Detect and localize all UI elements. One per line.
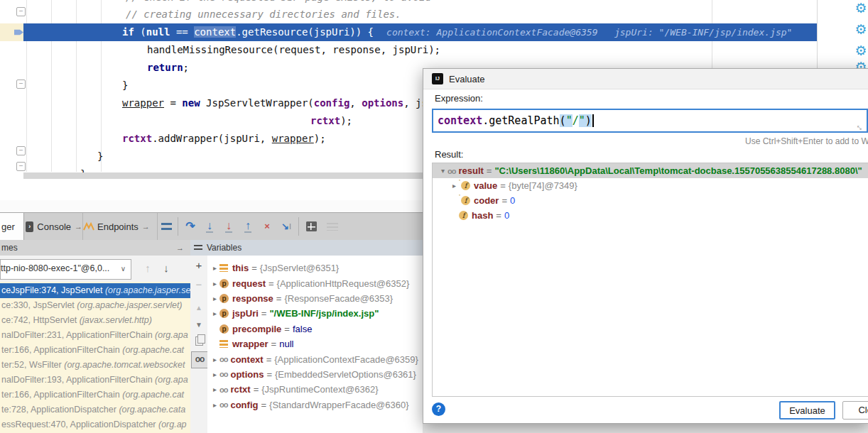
frame-package: (org.ap bbox=[158, 420, 187, 429]
frame-row[interactable]: ceJspFile:374, JspServlet (org.apache.ja… bbox=[0, 283, 190, 298]
previous-frame-button[interactable]: ↑ bbox=[139, 260, 156, 277]
variable-row[interactable]: pprecompile=false bbox=[207, 322, 423, 336]
add-watch-button[interactable]: + bbox=[192, 258, 206, 273]
expression-input[interactable]: context.getRealPath("/") bbox=[432, 109, 868, 133]
variable-row[interactable]: ▸presponse={ResponseFacade@6353} bbox=[207, 291, 423, 306]
frame-location: ceJspFile:374, JspServlet bbox=[1, 285, 105, 295]
expand-chevron-icon[interactable]: ▸ bbox=[210, 385, 219, 393]
expand-chevron-icon[interactable]: ▾ bbox=[438, 167, 447, 175]
variable-row[interactable]: ▸pjspUri="/WEB-INF/jsp/index.jsp" bbox=[207, 306, 423, 321]
frame-location: nalDoFilter:231, ApplicationFilterChain bbox=[1, 330, 155, 340]
variable-row[interactable]: ▸this={JspServlet@6351} bbox=[207, 261, 423, 275]
frame-package: (org.apache.jasper.servlet) bbox=[77, 300, 182, 310]
expand-chevron-icon[interactable]: ▸ bbox=[210, 264, 219, 272]
close-button[interactable]: Close bbox=[842, 401, 868, 420]
evaluate-expression-button[interactable] bbox=[303, 217, 320, 236]
variable-row[interactable]: ▸oooptions={EmbeddedServletOptions@6361} bbox=[207, 367, 423, 382]
code-token: if bbox=[122, 26, 140, 38]
variable-row[interactable]: wrapper=null bbox=[207, 336, 423, 351]
code-token: // creating unnecessary directories and … bbox=[126, 9, 401, 20]
field-icon: f bbox=[459, 211, 468, 220]
expand-chevron-icon[interactable]: ▸ bbox=[210, 309, 219, 317]
variable-name: hash bbox=[472, 210, 493, 221]
gear-icon[interactable]: ⚙ bbox=[854, 1, 868, 16]
focus-arrow-icon[interactable]: → bbox=[176, 240, 184, 256]
help-button[interactable]: ? bbox=[432, 402, 445, 416]
variable-row[interactable]: ▸oorctxt={JspRuntimeContext@6362} bbox=[207, 382, 423, 397]
code-token: rctxt bbox=[310, 115, 340, 126]
frame-row[interactable]: ter:52, WsFilter (org.apache.tomcat.webs… bbox=[0, 358, 190, 373]
code-token: ); bbox=[314, 133, 326, 144]
remove-watch-button[interactable]: − bbox=[192, 278, 206, 292]
variable-row[interactable]: ▸ooconfig={StandardWrapperFacade@6360} bbox=[207, 398, 423, 412]
layout-settings-button[interactable] bbox=[158, 217, 175, 236]
tab-console-label: Console bbox=[37, 221, 71, 232]
code-token: } bbox=[122, 80, 128, 91]
field-icon: f bbox=[461, 196, 470, 205]
code-line[interactable]: rctxt.addWrapper(jspUri, wrapper); bbox=[122, 130, 326, 148]
code-line[interactable]: } bbox=[122, 77, 128, 94]
run-to-cursor-button[interactable]: ↘I bbox=[278, 217, 295, 236]
expand-chevron-icon[interactable]: ▸ bbox=[210, 371, 219, 378]
show-watches-toggle[interactable]: oo bbox=[191, 351, 208, 368]
force-step-into-button[interactable]: ↓ bbox=[220, 217, 237, 236]
frame-row[interactable]: nalDoFilter:231, ApplicationFilterChain … bbox=[0, 328, 190, 343]
frame-row[interactable]: ce:330, JspServlet (org.apache.jasper.se… bbox=[0, 298, 190, 313]
frame-location: nalDoFilter:193, ApplicationFilterChain bbox=[1, 375, 155, 385]
gear-icon[interactable]: ⚙ bbox=[854, 44, 868, 58]
code-token: , bbox=[349, 97, 362, 109]
variable-value: {ApplicationContextFacade@6359} bbox=[274, 354, 418, 365]
frame-row[interactable]: ter:166, ApplicationFilterChain (org.apa… bbox=[0, 388, 190, 402]
expand-chevron-icon[interactable]: ▸ bbox=[210, 401, 219, 409]
code-token: wrapper bbox=[122, 97, 164, 109]
tab-debugger[interactable]: ger bbox=[0, 213, 24, 240]
tab-console[interactable]: › Console → bbox=[23, 213, 83, 240]
result-row[interactable]: ▸’fvalue={byte[74]@7349} bbox=[433, 178, 868, 193]
dialog-titlebar[interactable]: IJ Evaluate bbox=[423, 69, 868, 89]
next-frame-button[interactable]: ↓ bbox=[158, 260, 175, 277]
drop-frame-button[interactable]: × bbox=[259, 217, 276, 236]
frame-row[interactable]: ter:166, ApplicationFilterChain (org.apa… bbox=[0, 343, 190, 358]
frame-row[interactable]: essRequest:470, ApplicationDispatcher (o… bbox=[0, 417, 190, 432]
jump-to-arrow-icon: → bbox=[142, 222, 150, 231]
move-up-button[interactable]: ▲ bbox=[192, 301, 206, 315]
fold-marker-icon[interactable]: – bbox=[16, 146, 26, 155]
move-down-button[interactable]: ▼ bbox=[192, 318, 206, 332]
code-line[interactable]: return; bbox=[147, 59, 189, 77]
fold-marker-icon[interactable]: – bbox=[16, 80, 26, 89]
thread-selector[interactable]: ttp-nio-8080-exec-1"@6,0... ∨ bbox=[0, 259, 131, 280]
watch-icon: oo bbox=[447, 167, 455, 175]
result-row[interactable]: ▾ooresult="C:\Users\11860\AppData\Local\… bbox=[433, 163, 868, 178]
result-row[interactable]: ’fcoder=0 bbox=[433, 193, 868, 208]
code-line[interactable]: rctxt); bbox=[310, 112, 352, 130]
step-into-button[interactable]: ↓ bbox=[201, 217, 218, 236]
fold-marker-icon[interactable]: – bbox=[16, 7, 26, 16]
step-out-button[interactable]: ↑ bbox=[239, 217, 256, 236]
frame-row[interactable]: nalDoFilter:193, ApplicationFilterChain … bbox=[0, 373, 190, 388]
variable-row[interactable]: ▸oocontext={ApplicationContextFacade@635… bbox=[207, 351, 423, 366]
expand-chevron-icon[interactable]: ▸ bbox=[210, 295, 219, 302]
tab-endpoints[interactable]: Endpoints → bbox=[80, 213, 158, 240]
fold-marker-icon[interactable]: – bbox=[16, 162, 26, 171]
duplicate-icon[interactable] bbox=[195, 336, 203, 346]
expand-chevron-icon[interactable]: ▸ bbox=[450, 182, 459, 190]
run-to-cursor-icon: ↘ bbox=[281, 221, 289, 231]
code-line[interactable]: handleMissingResource(request, response,… bbox=[147, 41, 440, 59]
expand-chevron-icon[interactable]: ▸ bbox=[210, 356, 219, 363]
equals-sign: = bbox=[251, 263, 257, 273]
step-over-button[interactable]: ↷ bbox=[182, 217, 199, 236]
code-line[interactable]: } bbox=[97, 148, 103, 165]
evaluate-button[interactable]: Evaluate bbox=[779, 401, 835, 420]
gear-icon[interactable]: ⚙ bbox=[854, 23, 868, 37]
frame-row[interactable]: ce:742, HttpServlet (javax.servlet.http) bbox=[0, 313, 190, 328]
code-line[interactable]: // creating unnecessary directories and … bbox=[126, 6, 401, 23]
equals-sign: = bbox=[501, 195, 507, 206]
expand-chevron-icon[interactable]: ▸ bbox=[210, 280, 219, 287]
current-code-line[interactable]: if (null == context.getResource(jspUri))… bbox=[122, 23, 792, 41]
result-row[interactable]: fhash=0 bbox=[433, 208, 868, 223]
mute-renderers-button[interactable] bbox=[324, 217, 341, 236]
variable-value: {ApplicationHttpRequest@6352} bbox=[277, 278, 410, 289]
variable-row[interactable]: ▸prequest={ApplicationHttpRequest@6352} bbox=[207, 275, 423, 290]
frame-row[interactable]: te:728, ApplicationDispatcher (org.apach… bbox=[0, 402, 190, 417]
code-line[interactable]: wrapper = new JspServletWrapper(config, … bbox=[122, 94, 457, 112]
